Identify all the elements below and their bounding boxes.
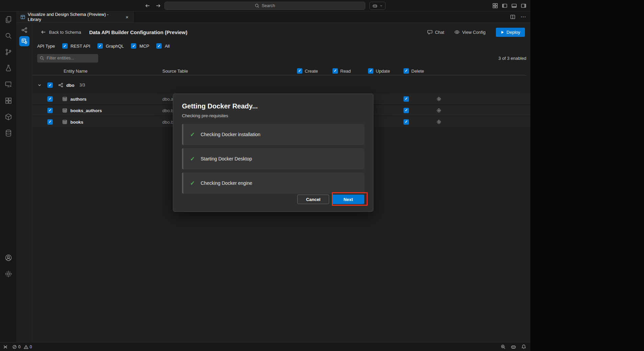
row-settings-gear-icon[interactable] [436,96,441,101]
read-all-checkbox[interactable] [332,68,338,74]
visualize-schema-icon[interactable] [20,25,29,35]
history-navigation [145,3,161,8]
step-label: Checking Docker installation [201,132,260,137]
toggle-panel-icon[interactable] [511,3,517,8]
delete-checkbox[interactable] [404,96,409,102]
group-count: 3/3 [79,83,85,87]
filter-entities-input[interactable] [37,54,98,62]
dab-config-icon[interactable] [19,36,29,46]
dialog-subtitle: Checking pre-requisites [182,113,364,118]
settings-gear-icon[interactable] [4,270,13,278]
remote-explorer-icon[interactable] [4,80,13,89]
back-to-schema-link[interactable]: Back to Schema [41,29,81,35]
tab-schema-designer[interactable]: Visualize and Design Schema (Preview) - … [17,11,134,22]
copilot-icon[interactable] [511,344,516,350]
delete-header: Delete [411,68,424,73]
mcp-option[interactable]: MCP [131,43,149,49]
all-checkbox[interactable] [156,43,162,49]
graphql-option[interactable]: GraphQL [97,43,124,49]
warning-count: 0 [30,345,32,349]
chat-icon [427,29,433,35]
notifications-bell-icon[interactable] [521,344,526,349]
source-table-header: Source Table [162,68,188,73]
group-checkbox[interactable] [47,82,53,88]
view-config-button[interactable]: View Config [454,29,485,35]
table-icon [62,96,67,101]
row-settings-gear-icon[interactable] [436,108,441,113]
remote-indicator-icon[interactable] [3,344,8,350]
error-icon [12,345,17,349]
chevron-down-icon[interactable] [37,83,42,87]
account-icon[interactable] [4,254,13,262]
back-arrow-icon[interactable] [145,3,150,8]
update-header: Update [376,68,390,73]
status-bar: 0 0 [0,342,530,351]
step-label: Checking Docker engine [201,180,252,186]
testing-icon[interactable] [4,64,13,72]
vscode-window: Search [0,0,530,351]
check-icon: ✓ [190,156,195,162]
cancel-button[interactable]: Cancel [297,195,329,204]
row-checkbox[interactable] [47,119,53,125]
update-all-checkbox[interactable] [368,68,373,74]
search-icon [40,56,44,60]
database-icon[interactable] [4,129,13,137]
problems-indicator[interactable]: 0 0 [12,345,33,349]
source-control-icon[interactable] [4,48,13,56]
extensions-icon[interactable] [4,97,13,105]
toggle-sidebar-icon[interactable] [502,3,507,8]
rest-api-label: REST API [71,44,90,49]
step-label: Starting Docker Desktop [201,156,252,161]
create-all-checkbox[interactable] [297,68,302,74]
entity-name-header: Entity Name [64,68,88,73]
step-docker-engine: ✓ Checking Docker engine [182,173,364,194]
all-option[interactable]: All [156,43,169,49]
tab-title: Visualize and Design Schema (Preview) - … [28,12,122,22]
split-editor-icon[interactable] [510,14,515,20]
chat-button[interactable]: Chat [427,29,444,35]
zoom-icon[interactable] [501,344,506,349]
api-type-label: API Type [37,44,55,49]
create-header: Create [305,68,318,73]
row-checkbox[interactable] [47,96,53,102]
play-icon [501,30,504,34]
docker-icon[interactable] [4,113,13,121]
all-label: All [165,44,169,49]
delete-checkbox[interactable] [404,108,409,113]
chevron-down-icon [380,4,383,7]
command-center-search[interactable]: Search [164,2,365,10]
mcp-label: MCP [139,44,149,49]
step-docker-installation: ✓ Checking Docker installation [182,124,364,145]
deploy-button[interactable]: Deploy [496,28,525,37]
copilot-dropdown-button[interactable] [369,2,386,10]
entity-name: authors [70,96,87,101]
row-settings-gear-icon[interactable] [436,119,441,124]
search-icon[interactable] [4,32,13,40]
schema-group-row[interactable]: dbo 3/3 [32,79,530,91]
entity-filter-row: 3 of 3 enabled [37,54,526,62]
table-icon [62,119,67,124]
rest-api-checkbox[interactable] [62,43,68,49]
explorer-icon[interactable] [4,16,13,24]
mcp-checkbox[interactable] [131,43,136,49]
check-icon: ✓ [190,180,195,186]
copilot-icon [372,3,377,8]
delete-checkbox[interactable] [404,119,409,125]
entity-name: books [70,119,83,124]
graphql-checkbox[interactable] [97,43,103,49]
next-button[interactable]: Next [332,195,364,204]
forward-arrow-icon[interactable] [156,3,161,8]
toggle-secondary-sidebar-icon[interactable] [521,3,526,8]
rest-api-option[interactable]: REST API [62,43,90,49]
dialog-title: Getting Docker Ready... [182,102,364,110]
page-title: Data API Builder Configuration (Preview) [89,29,187,35]
row-checkbox[interactable] [47,108,53,113]
schema-designer-toolbar [17,23,32,342]
editor-actions: ⋯ [510,11,530,22]
customize-layout-icon[interactable] [492,3,498,8]
close-icon[interactable]: × [124,14,130,20]
delete-all-checkbox[interactable] [404,68,409,74]
content-header: Back to Schema Data API Builder Configur… [32,27,530,37]
command-center-label: Search [262,3,275,8]
more-actions-icon[interactable]: ⋯ [521,14,526,20]
